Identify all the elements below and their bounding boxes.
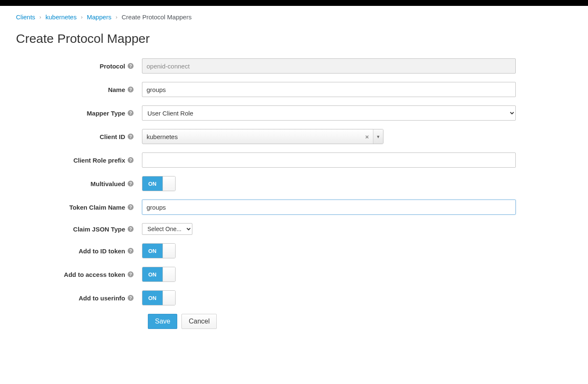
label-name: Name	[108, 86, 125, 93]
main-content: Clients › kubernetes › Mappers › Create …	[0, 6, 588, 346]
label-client-role-prefix: Client Role prefix	[74, 157, 125, 164]
chevron-right-icon: ›	[116, 14, 117, 20]
help-icon[interactable]: ?	[128, 157, 134, 163]
label-protocol: Protocol	[100, 63, 125, 70]
chevron-right-icon: ›	[39, 14, 41, 20]
toggle-handle	[163, 244, 175, 258]
label-mapper-type: Mapper Type	[87, 110, 125, 117]
help-icon[interactable]: ?	[128, 248, 134, 254]
toggle-on-label: ON	[142, 176, 163, 191]
help-icon[interactable]: ?	[128, 63, 134, 69]
help-icon[interactable]: ?	[128, 204, 134, 210]
toggle-on-label: ON	[142, 291, 163, 305]
toggle-handle	[163, 291, 175, 305]
token-claim-name-input[interactable]	[142, 200, 516, 215]
row-add-id-token: Add to ID token ? ON	[16, 243, 572, 258]
help-icon[interactable]: ?	[128, 295, 134, 301]
add-access-token-toggle[interactable]: ON	[142, 267, 176, 282]
toggle-handle	[163, 267, 175, 281]
breadcrumb: Clients › kubernetes › Mappers › Create …	[16, 9, 572, 32]
close-icon[interactable]: ×	[361, 129, 373, 144]
toggle-on-label: ON	[142, 244, 163, 258]
toggle-handle	[163, 176, 175, 191]
multivalued-toggle[interactable]: ON	[142, 176, 176, 191]
add-userinfo-toggle[interactable]: ON	[142, 290, 176, 305]
row-token-claim-name: Token Claim Name ?	[16, 200, 572, 215]
help-icon[interactable]: ?	[128, 110, 134, 116]
label-multivalued: Multivalued	[90, 180, 125, 187]
row-multivalued: Multivalued ? ON	[16, 176, 572, 191]
name-input[interactable]	[142, 82, 516, 97]
page-title: Create Protocol Mapper	[16, 32, 572, 46]
label-client-id: Client ID	[100, 133, 125, 140]
label-add-access-token: Add to access token	[64, 271, 125, 278]
cancel-button[interactable]: Cancel	[181, 314, 217, 329]
breadcrumb-clients[interactable]: Clients	[16, 13, 35, 21]
save-button[interactable]: Save	[148, 314, 177, 329]
client-id-value: kubernetes	[142, 129, 361, 144]
breadcrumb-mappers[interactable]: Mappers	[87, 13, 111, 21]
mapper-type-select[interactable]: User Client Role	[142, 105, 516, 121]
protocol-input	[142, 58, 516, 74]
row-add-userinfo: Add to userinfo ? ON	[16, 290, 572, 305]
caret-down-icon[interactable]: ▼	[373, 129, 383, 144]
client-role-prefix-input[interactable]	[142, 153, 516, 168]
row-client-id: Client ID ? kubernetes × ▼	[16, 129, 572, 144]
row-client-role-prefix: Client Role prefix ?	[16, 153, 572, 168]
row-claim-json-type: Claim JSON Type ? Select One...	[16, 223, 572, 235]
chevron-right-icon: ›	[81, 14, 82, 20]
label-claim-json-type: Claim JSON Type	[73, 226, 125, 233]
add-id-token-toggle[interactable]: ON	[142, 243, 176, 258]
help-icon[interactable]: ?	[128, 134, 134, 139]
help-icon[interactable]: ?	[128, 87, 134, 92]
claim-json-type-select[interactable]: Select One...	[142, 223, 192, 235]
label-token-claim-name: Token Claim Name	[69, 204, 125, 211]
row-protocol: Protocol ?	[16, 58, 572, 74]
row-add-access-token: Add to access token ? ON	[16, 267, 572, 282]
label-add-userinfo: Add to userinfo	[79, 295, 125, 302]
breadcrumb-kubernetes[interactable]: kubernetes	[45, 13, 76, 21]
breadcrumb-current: Create Protocol Mappers	[121, 13, 192, 21]
help-icon[interactable]: ?	[128, 181, 134, 187]
button-row: Save Cancel	[142, 314, 572, 329]
row-mapper-type: Mapper Type ? User Client Role	[16, 105, 572, 121]
help-icon[interactable]: ?	[128, 271, 134, 277]
help-icon[interactable]: ?	[128, 226, 134, 232]
label-add-id-token: Add to ID token	[79, 247, 125, 255]
row-name: Name ?	[16, 82, 572, 97]
top-bar	[0, 0, 588, 6]
client-id-combobox[interactable]: kubernetes × ▼	[142, 129, 383, 144]
toggle-on-label: ON	[142, 267, 163, 281]
